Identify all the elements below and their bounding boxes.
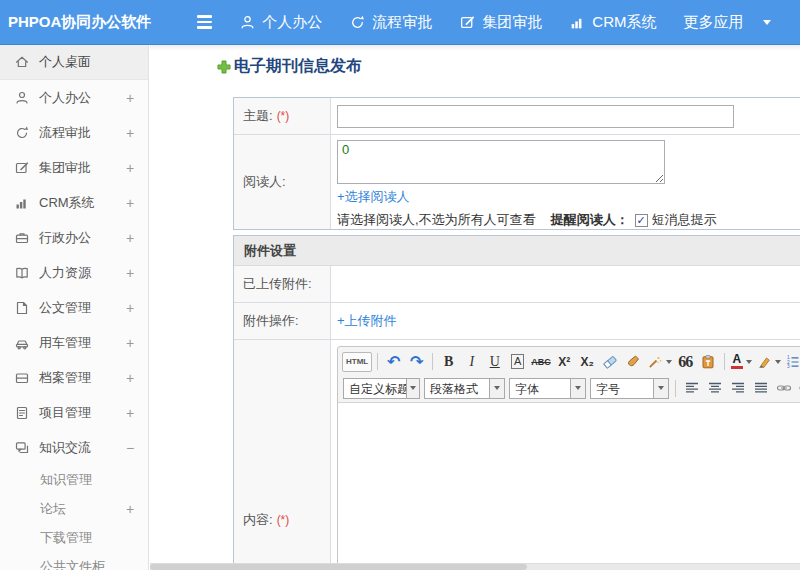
nav-item-label: CRM系统 (592, 13, 656, 32)
expand-toggle[interactable]: + (124, 90, 136, 106)
sidebar-item-personal-desktop[interactable]: 个人桌面 (0, 45, 148, 80)
readers-hint: 请选择阅读人,不选为所有人可查看 提醒阅读人： ✓ 短消息提示 (337, 211, 717, 229)
bold-button[interactable]: B (438, 351, 459, 373)
rich-text-editor: HTML ↶ ↷ B I U A ABC X² X₂ (337, 346, 800, 570)
expand-toggle[interactable]: + (124, 125, 136, 141)
user-icon (14, 90, 30, 106)
archive-icon (14, 370, 30, 386)
blockquote-button[interactable]: 66 (675, 351, 696, 373)
horizontal-scrollbar[interactable] (150, 563, 800, 570)
expand-toggle[interactable]: + (124, 300, 136, 316)
process-icon (349, 14, 366, 31)
nav-item-more-apps[interactable]: 更多应用 (684, 13, 771, 32)
home-icon (14, 54, 30, 70)
uploaded-attachments-label: 已上传附件: (234, 266, 331, 302)
sms-checkbox-label[interactable]: 短消息提示 (652, 211, 717, 229)
menu-icon[interactable] (197, 15, 212, 29)
paragraph-format-select[interactable]: 段落格式 (424, 378, 505, 399)
subject-row: 主题: (*) (234, 98, 800, 135)
nav-item-label: 更多应用 (684, 13, 744, 32)
underline-button[interactable]: U (484, 351, 505, 373)
user-icon (239, 14, 256, 31)
sidebar-item-personal-office[interactable]: 个人办公 + (0, 80, 148, 115)
align-center-icon[interactable] (704, 377, 725, 399)
subscript-button[interactable]: X₂ (577, 351, 598, 373)
caret-down-icon (666, 360, 672, 364)
nav-item-workflow-approval[interactable]: 流程审批 (349, 13, 432, 32)
highlight-color-button[interactable] (755, 351, 782, 373)
sms-checkbox[interactable]: ✓ (635, 214, 648, 227)
font-size-select[interactable]: 字号 (590, 378, 669, 399)
sidebar-subitem-forum[interactable]: 论坛 + (0, 494, 148, 523)
font-style-button[interactable]: A (507, 351, 528, 373)
attachment-actions-label: 附件操作: (234, 303, 331, 339)
select-readers-link[interactable]: +选择阅读人 (337, 188, 410, 206)
nav-item-crm[interactable]: CRM系统 (569, 13, 656, 32)
sidebar-item-admin-office[interactable]: 行政办公 + (0, 220, 148, 255)
font-color-button[interactable]: A (730, 351, 753, 373)
font-family-select[interactable]: 字体 (509, 378, 586, 399)
subject-input[interactable] (337, 105, 734, 128)
expand-toggle[interactable]: + (124, 265, 136, 281)
superscript-button[interactable]: X² (554, 351, 575, 373)
custom-heading-select[interactable]: 自定义标题 (343, 378, 420, 399)
expand-toggle[interactable]: + (124, 370, 136, 386)
edit-icon (459, 14, 476, 31)
undo-icon[interactable]: ↶ (383, 351, 404, 373)
insert-link-icon[interactable] (773, 377, 794, 399)
uploaded-attachments-row: 已上传附件: (234, 266, 800, 303)
upload-attachment-link[interactable]: +上传附件 (337, 312, 397, 330)
align-left-icon[interactable] (681, 377, 702, 399)
content-row: 内容: (*) HTML ↶ ↷ B I (234, 340, 800, 570)
scrollbar-thumb[interactable] (150, 564, 527, 570)
expand-toggle[interactable]: + (124, 160, 136, 176)
sidebar-item-archives[interactable]: 档案管理 + (0, 360, 148, 395)
readers-textarea[interactable]: 0 (337, 140, 665, 184)
expand-toggle[interactable]: + (124, 230, 136, 246)
caret-down-icon (653, 379, 668, 398)
sidebar-item-official-docs[interactable]: 公文管理 + (0, 290, 148, 325)
editor-content-area[interactable] (338, 403, 800, 570)
attachment-actions-row: 附件操作: +上传附件 (234, 303, 800, 340)
ordered-list-button[interactable]: 123 (784, 351, 800, 373)
align-justify-icon[interactable] (750, 377, 771, 399)
collapse-toggle[interactable]: − (124, 440, 136, 456)
caret-down-icon (746, 360, 752, 364)
nav-item-group-approval[interactable]: 集团审批 (459, 13, 542, 32)
caret-down-icon (570, 379, 585, 398)
process-icon (14, 125, 30, 141)
sidebar-item-crm[interactable]: CRM系统 + (0, 185, 148, 220)
auto-format-icon[interactable] (646, 351, 673, 373)
remove-link-icon[interactable] (796, 377, 800, 399)
format-brush-icon[interactable] (623, 351, 644, 373)
expand-toggle[interactable]: + (124, 501, 136, 517)
app-brand: PHPOA协同办公软件 (0, 13, 151, 32)
eraser-icon[interactable] (600, 351, 621, 373)
redo-icon[interactable]: ↷ (406, 351, 427, 373)
sidebar-subitem-downloads[interactable]: 下载管理 (0, 523, 148, 552)
project-icon (14, 405, 30, 421)
sidebar-subitem-knowledge-mgmt[interactable]: 知识管理 (0, 465, 148, 494)
sidebar-item-hr[interactable]: 人力资源 + (0, 255, 148, 290)
sidebar-item-workflow-approval[interactable]: 流程审批 + (0, 115, 148, 150)
html-source-button[interactable]: HTML (342, 352, 372, 372)
caret-down-icon (406, 379, 419, 398)
expand-toggle[interactable]: + (124, 195, 136, 211)
remind-readers-label: 提醒阅读人： (551, 211, 629, 229)
plus-icon (217, 60, 231, 74)
sidebar-subitem-public-cabinet[interactable]: 公共文件柜 (0, 552, 148, 570)
align-right-icon[interactable] (727, 377, 748, 399)
color-bar (731, 366, 743, 369)
sidebar-item-projects[interactable]: 项目管理 + (0, 395, 148, 430)
paste-as-text-icon[interactable] (698, 351, 719, 373)
sidebar-item-vehicle[interactable]: 用车管理 + (0, 325, 148, 360)
strikethrough-button[interactable]: ABC (530, 351, 552, 373)
sidebar-item-knowledge[interactable]: 知识交流 − (0, 430, 148, 465)
nav-item-personal-office[interactable]: 个人办公 (239, 13, 322, 32)
expand-toggle[interactable]: + (124, 335, 136, 351)
subject-label: 主题: (*) (234, 98, 331, 134)
italic-button[interactable]: I (461, 351, 482, 373)
expand-toggle[interactable]: + (124, 405, 136, 421)
sidebar-item-group-approval[interactable]: 集团审批 + (0, 150, 148, 185)
attachments-section-header: 附件设置 (234, 236, 800, 266)
